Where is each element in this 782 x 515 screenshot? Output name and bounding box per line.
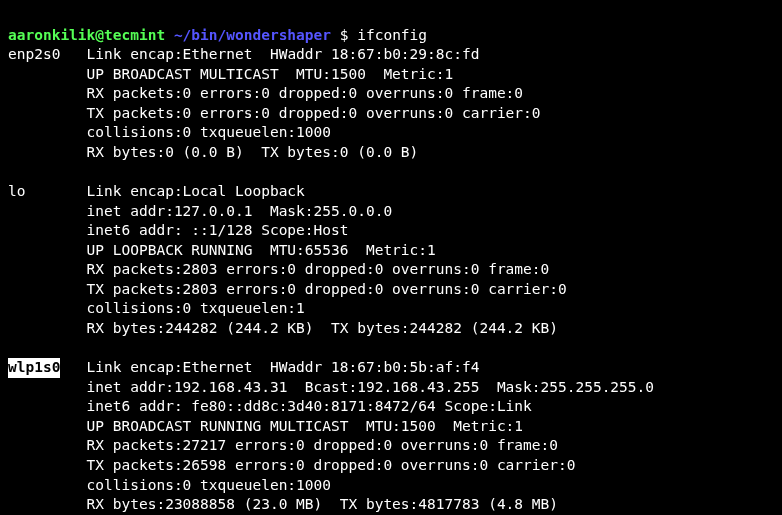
terminal-output[interactable]: aaronkilik@tecmint ~/bin/wondershaper $ … [0, 0, 782, 515]
command-typed: ifconfig [357, 27, 427, 43]
interface-name: lo [8, 183, 25, 199]
interface-line: Link encap:Ethernet HWaddr 18:67:b0:29:8… [87, 46, 480, 62]
prompt-line-1: aaronkilik@tecmint ~/bin/wondershaper $ … [8, 27, 427, 43]
interface-line: RX packets:0 errors:0 dropped:0 overruns… [8, 84, 774, 104]
prompt-user: aaronkilik@tecmint [8, 27, 165, 43]
interface-header: enp2s0 Link encap:Ethernet HWaddr 18:67:… [8, 45, 774, 65]
interface-line: RX bytes:0 (0.0 B) TX bytes:0 (0.0 B) [8, 143, 774, 163]
interface-line: inet addr:192.168.43.31 Bcast:192.168.43… [8, 378, 774, 398]
interface-line: collisions:0 txqueuelen:1000 [8, 123, 774, 143]
interface-line: collisions:0 txqueuelen:1 [8, 299, 774, 319]
interface-line: TX packets:2803 errors:0 dropped:0 overr… [8, 280, 774, 300]
prompt-path: ~/bin/wondershaper [174, 27, 331, 43]
interface-header: lo Link encap:Local Loopback [8, 182, 774, 202]
interface-line: TX packets:0 errors:0 dropped:0 overruns… [8, 104, 774, 124]
interface-line: RX bytes:244282 (244.2 KB) TX bytes:2442… [8, 319, 774, 339]
interface-line: RX bytes:23088858 (23.0 MB) TX bytes:481… [8, 495, 774, 515]
interface-header: wlp1s0 Link encap:Ethernet HWaddr 18:67:… [8, 358, 774, 378]
interface-name: wlp1s0 [8, 358, 60, 378]
interface-line: Link encap:Local Loopback [87, 183, 305, 199]
interface-line: collisions:0 txqueuelen:1000 [8, 476, 774, 496]
interface-line: TX packets:26598 errors:0 dropped:0 over… [8, 456, 774, 476]
interface-line: UP BROADCAST RUNNING MULTICAST MTU:1500 … [8, 417, 774, 437]
interface-block-lo: lo Link encap:Local Loopback inet addr:1… [8, 182, 774, 358]
interface-block-enp2s0: enp2s0 Link encap:Ethernet HWaddr 18:67:… [8, 45, 774, 182]
interface-line: UP BROADCAST MULTICAST MTU:1500 Metric:1 [8, 65, 774, 85]
interface-line: RX packets:2803 errors:0 dropped:0 overr… [8, 260, 774, 280]
interface-line: Link encap:Ethernet HWaddr 18:67:b0:5b:a… [87, 359, 480, 375]
interface-line: inet addr:127.0.0.1 Mask:255.0.0.0 [8, 202, 774, 222]
interface-name: enp2s0 [8, 46, 60, 62]
interface-line: RX packets:27217 errors:0 dropped:0 over… [8, 436, 774, 456]
interface-line: UP LOOPBACK RUNNING MTU:65536 Metric:1 [8, 241, 774, 261]
interface-line: inet6 addr: fe80::dd8c:3d40:8171:8472/64… [8, 397, 774, 417]
interface-block-wlp1s0: wlp1s0 Link encap:Ethernet HWaddr 18:67:… [8, 358, 774, 515]
interface-line: inet6 addr: ::1/128 Scope:Host [8, 221, 774, 241]
